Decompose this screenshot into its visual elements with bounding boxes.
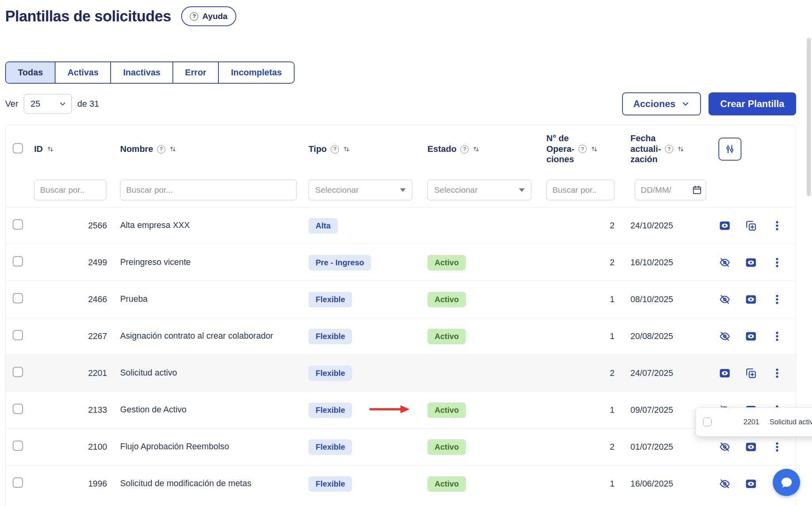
row-checkbox[interactable] bbox=[13, 477, 23, 488]
tab-todas[interactable]: Todas bbox=[6, 62, 56, 83]
row-checkbox[interactable] bbox=[13, 256, 23, 266]
kebab-menu-icon[interactable] bbox=[771, 330, 783, 343]
sort-icon-tipo[interactable] bbox=[343, 146, 350, 153]
page-size-select[interactable]: 25 bbox=[24, 94, 72, 114]
select-all-checkbox[interactable] bbox=[13, 143, 23, 153]
drag-preview-row: 2201 Solicitud activo bbox=[695, 407, 812, 437]
row-id: 2100 bbox=[31, 442, 110, 452]
row-tipo-cell: Pre - Ingreso bbox=[308, 255, 427, 270]
filter-nombre-input[interactable] bbox=[120, 180, 297, 200]
eye-off-icon[interactable] bbox=[718, 293, 731, 306]
tipo-badge: Pre - Ingreso bbox=[308, 255, 371, 270]
filter-fecha-cell bbox=[618, 180, 709, 200]
preview-eye-icon[interactable] bbox=[745, 441, 757, 453]
kebab-menu-icon[interactable] bbox=[771, 219, 783, 232]
kebab-menu-icon[interactable] bbox=[771, 293, 783, 306]
tipo-badge: Flexible bbox=[308, 366, 352, 381]
row-checkbox-cell bbox=[6, 219, 31, 232]
eye-off-icon[interactable] bbox=[718, 441, 731, 453]
controls-row: Ver 25 de 31 Acciones Crear Plantilla bbox=[5, 92, 796, 115]
row-nombre: Flujo Aprobación Reembolso bbox=[110, 441, 308, 452]
sort-icon-nombre[interactable] bbox=[169, 146, 176, 153]
tipo-badge: Alta bbox=[308, 218, 338, 234]
estado-badge: Activo bbox=[427, 255, 466, 270]
row-checkbox[interactable] bbox=[13, 367, 23, 377]
help-icon[interactable]: ? bbox=[331, 145, 339, 153]
filter-nombre-cell bbox=[110, 180, 308, 200]
filter-id-input[interactable] bbox=[34, 180, 106, 200]
table-row[interactable]: 2201 Solicitud activo Flexible 2 24/07/2… bbox=[6, 355, 796, 391]
estado-badge: Activo bbox=[427, 439, 466, 455]
row-checkbox[interactable] bbox=[13, 441, 23, 451]
table-row[interactable]: 1996 Solicitud de modificación de metas … bbox=[6, 465, 796, 502]
eye-off-icon[interactable] bbox=[718, 256, 731, 269]
tab-incompletas[interactable]: Incompletas bbox=[219, 62, 293, 83]
kebab-menu-icon[interactable] bbox=[771, 256, 783, 269]
column-settings-button[interactable] bbox=[718, 138, 741, 161]
preview-eye-icon[interactable] bbox=[745, 330, 757, 343]
sort-icon-operaciones[interactable] bbox=[591, 146, 598, 153]
eye-off-icon[interactable] bbox=[718, 330, 731, 343]
estado-badge: Activo bbox=[427, 402, 466, 418]
row-id: 2133 bbox=[31, 405, 110, 415]
help-icon[interactable]: ? bbox=[157, 145, 165, 153]
sliders-icon bbox=[724, 144, 735, 155]
row-checkbox[interactable] bbox=[13, 330, 23, 340]
scrollbar-thumb[interactable] bbox=[807, 38, 811, 196]
duplicate-icon[interactable] bbox=[745, 367, 757, 380]
filter-operaciones-input[interactable] bbox=[546, 180, 615, 200]
preview-eye-icon[interactable] bbox=[745, 293, 757, 306]
sort-icon-id[interactable] bbox=[47, 146, 54, 153]
row-checkbox[interactable] bbox=[13, 293, 23, 303]
total-count-label: de 31 bbox=[77, 99, 99, 109]
col-header-id: ID bbox=[31, 144, 110, 154]
table-row[interactable]: 2100 Flujo Aprobación Reembolso Flexible… bbox=[6, 428, 796, 465]
filter-estado-cell: Seleccionar bbox=[427, 180, 546, 200]
kebab-menu-icon[interactable] bbox=[771, 441, 783, 453]
row-checkbox-cell bbox=[6, 367, 31, 380]
help-icon[interactable]: ? bbox=[578, 145, 587, 153]
filter-id-cell bbox=[31, 180, 110, 200]
table-row[interactable]: 2499 Preingreso vicente Pre - Ingreso Ac… bbox=[6, 244, 796, 281]
row-actions bbox=[709, 441, 796, 453]
sort-icon-estado[interactable] bbox=[473, 146, 480, 153]
table-row[interactable]: 2466 Prueba Flexible Activo 1 08/10/2025 bbox=[6, 281, 796, 318]
preview-eye-icon[interactable] bbox=[718, 219, 731, 232]
help-icon[interactable]: ? bbox=[460, 145, 469, 153]
preview-eye-icon[interactable] bbox=[718, 367, 731, 380]
row-id: 2499 bbox=[31, 258, 110, 268]
row-actions bbox=[709, 367, 796, 380]
chat-launcher-button[interactable] bbox=[773, 469, 800, 496]
row-estado-cell: Activo bbox=[427, 255, 546, 270]
acciones-button[interactable]: Acciones bbox=[622, 92, 701, 115]
table-row[interactable]: 2566 Alta empresa XXX Alta 2 24/10/2025 bbox=[6, 207, 796, 244]
preview-eye-icon[interactable] bbox=[745, 477, 757, 490]
row-estado-cell: Activo bbox=[427, 329, 546, 344]
estado-badge: Activo bbox=[427, 329, 466, 344]
filter-tipo-cell: Seleccionar bbox=[308, 180, 427, 200]
tab-activas[interactable]: Activas bbox=[56, 62, 111, 83]
table-filter-row: Seleccionar Seleccionar bbox=[6, 173, 796, 207]
status-tabs: Todas Activas Inactivas Error Incompleta… bbox=[5, 61, 295, 84]
eye-off-icon[interactable] bbox=[718, 477, 731, 490]
filter-estado-select[interactable]: Seleccionar bbox=[427, 180, 531, 200]
filter-fecha-input[interactable] bbox=[635, 180, 706, 200]
crear-plantilla-button[interactable]: Crear Plantilla bbox=[709, 92, 796, 115]
preview-eye-icon[interactable] bbox=[745, 256, 757, 269]
tab-error[interactable]: Error bbox=[173, 62, 219, 83]
drag-preview-nombre: Solicitud activo bbox=[770, 418, 812, 426]
row-id: 1996 bbox=[31, 479, 110, 489]
table-row[interactable]: 2267 Asignación contrato al crear colabo… bbox=[6, 318, 796, 355]
sort-icon-fecha[interactable] bbox=[677, 146, 684, 153]
row-checkbox[interactable] bbox=[13, 219, 23, 230]
row-checkbox[interactable] bbox=[13, 404, 23, 414]
tab-inactivas[interactable]: Inactivas bbox=[111, 62, 173, 83]
help-button[interactable]: ? Ayuda bbox=[181, 6, 236, 26]
kebab-menu-icon[interactable] bbox=[771, 367, 783, 380]
page-size-value: 25 bbox=[31, 99, 40, 109]
duplicate-icon[interactable] bbox=[745, 219, 757, 232]
dropdown-arrow-icon bbox=[400, 188, 406, 192]
row-nombre: Solicitud activo bbox=[110, 368, 308, 379]
help-icon[interactable]: ? bbox=[665, 145, 673, 153]
filter-tipo-select[interactable]: Seleccionar bbox=[308, 180, 412, 200]
